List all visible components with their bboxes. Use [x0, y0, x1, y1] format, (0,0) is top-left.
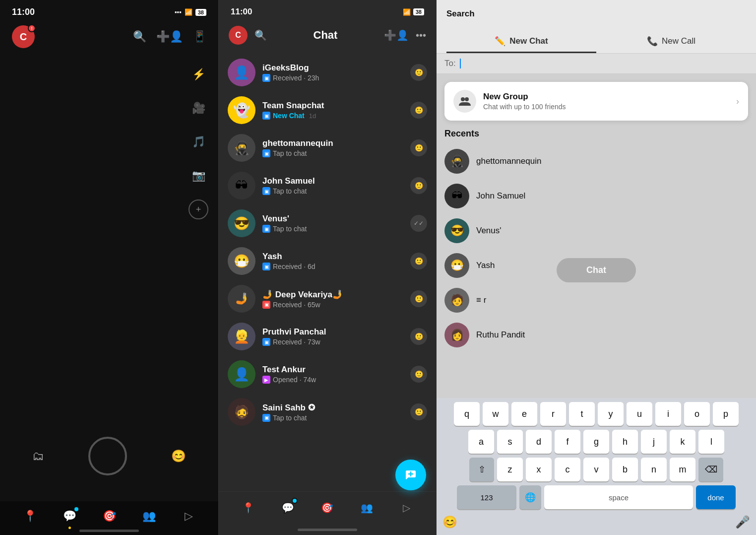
- key-o[interactable]: o: [684, 402, 710, 426]
- recent-item-ruthu[interactable]: 👩 Ruthu Pandit: [444, 318, 748, 352]
- nav-friends-left[interactable]: 👥: [138, 505, 160, 527]
- key-t[interactable]: t: [569, 402, 595, 426]
- key-z[interactable]: z: [497, 458, 523, 481]
- tab-new-chat[interactable]: ✏️ New Chat: [446, 29, 596, 53]
- chat-item-test-ankur[interactable]: 👤 Test Ankur ▶ Opened · 74w 🙂: [219, 355, 436, 393]
- chat-button[interactable]: Chat: [557, 258, 636, 282]
- keyboard-row-4: 123 🌐 space done: [439, 485, 754, 509]
- key-m[interactable]: m: [670, 458, 695, 481]
- status-icons-left: ▪▪▪ 📶 38: [175, 8, 206, 16]
- emoji-button[interactable]: 😊: [442, 515, 457, 529]
- key-d[interactable]: d: [526, 430, 552, 454]
- info-team-snapchat: Team Snapchat ▣ New Chat 1d: [262, 101, 403, 120]
- recent-item-venus[interactable]: 😎 Venus': [444, 213, 748, 248]
- video-icon[interactable]: 🎥: [189, 98, 208, 118]
- chat-item-pruthvi-panchal[interactable]: 👱 Pruthvi Panchal ▣ Received · 73w 🙂: [219, 318, 436, 355]
- key-j[interactable]: j: [641, 430, 667, 454]
- new-chat-icon[interactable]: ➕👤: [384, 29, 409, 41]
- user-avatar[interactable]: C !: [12, 25, 35, 48]
- music-icon[interactable]: 🎵: [189, 132, 208, 152]
- add-icon[interactable]: +: [189, 200, 208, 219]
- to-row: To:: [437, 53, 756, 74]
- nav-stories-mid[interactable]: ▷: [395, 497, 417, 519]
- mic-button[interactable]: 🎤: [735, 515, 750, 529]
- key-shift[interactable]: ⇧: [469, 458, 494, 481]
- new-chat-fab[interactable]: [395, 460, 426, 490]
- key-n[interactable]: n: [641, 458, 667, 481]
- action-test-ankur[interactable]: 🙂: [410, 366, 427, 383]
- key-p[interactable]: p: [713, 402, 739, 426]
- key-123[interactable]: 123: [457, 485, 516, 509]
- key-g[interactable]: g: [583, 430, 609, 454]
- search-chat-icon[interactable]: 🔍: [254, 29, 267, 41]
- nav-friends-mid[interactable]: 👥: [356, 497, 378, 519]
- svg-point-0: [461, 97, 465, 101]
- chat-item-ghettomannequin[interactable]: 🥷 ghettomannequin ▣ Tap to chat 🙂: [219, 129, 436, 167]
- key-y[interactable]: y: [598, 402, 624, 426]
- key-emoji-kbd[interactable]: 🌐: [519, 485, 541, 509]
- nav-map-left[interactable]: 📍: [19, 505, 41, 527]
- key-h[interactable]: h: [612, 430, 638, 454]
- device-button[interactable]: 📱: [193, 30, 206, 43]
- key-r[interactable]: r: [540, 402, 566, 426]
- recent-item-ghettomannequin[interactable]: 🥷 ghettomannequin: [444, 144, 748, 179]
- add-friend-button[interactable]: ➕👤: [156, 30, 183, 43]
- chat-item-venus[interactable]: 😎 Venus' ▣ Tap to chat ✓✓: [219, 204, 436, 242]
- key-e[interactable]: e: [511, 402, 537, 426]
- action-igeeksblog[interactable]: 🙂: [410, 64, 427, 81]
- key-v[interactable]: v: [583, 458, 609, 481]
- search-button[interactable]: 🔍: [133, 30, 146, 43]
- key-q[interactable]: q: [454, 402, 480, 426]
- nav-stories-left[interactable]: ▷: [178, 505, 199, 527]
- camera-icon[interactable]: 📷: [189, 166, 208, 186]
- emoji-icon[interactable]: 😊: [171, 449, 186, 463]
- new-group-card[interactable]: New Group Chat with up to 100 friends ›: [444, 82, 748, 121]
- chat-item-john-samuel[interactable]: 🕶 John Samuel ▣ Tap to chat 🙂: [219, 167, 436, 204]
- key-s[interactable]: s: [497, 430, 523, 454]
- key-i[interactable]: i: [655, 402, 681, 426]
- key-c[interactable]: c: [555, 458, 580, 481]
- action-deep-vekariya[interactable]: 🙂: [410, 290, 427, 307]
- nav-chat-mid[interactable]: 💬: [277, 497, 299, 519]
- action-ghettomannequin[interactable]: 🙂: [410, 139, 427, 156]
- new-group-subtitle: Chat with up to 100 friends: [483, 103, 729, 111]
- recent-item-r[interactable]: 🧑 ≡ r: [444, 283, 748, 318]
- chat-item-igeeksblog[interactable]: 👤 iGeeksBlog ▣ Received · 23h 🙂: [219, 54, 436, 91]
- chat-item-deep-vekariya[interactable]: 🤳 🤳 Deep Vekariya🤳 ▣ Received · 65w 🙂: [219, 280, 436, 318]
- tab-new-call[interactable]: 📞 New Call: [596, 29, 746, 53]
- keyboard-row-1: q w e r t y u i o p: [439, 402, 754, 426]
- nav-map-mid[interactable]: 📍: [238, 497, 259, 519]
- nav-chat-left[interactable]: 💬: [59, 505, 80, 527]
- key-u[interactable]: u: [627, 402, 652, 426]
- key-space[interactable]: space: [544, 485, 693, 509]
- action-yash[interactable]: 🙂: [410, 253, 427, 269]
- flash-icon[interactable]: ⚡: [189, 65, 208, 84]
- recent-item-john-samuel[interactable]: 🕶 John Samuel: [444, 179, 748, 213]
- action-john-samuel[interactable]: 🙂: [410, 177, 427, 194]
- key-k[interactable]: k: [670, 430, 695, 454]
- key-a[interactable]: a: [468, 430, 494, 454]
- key-f[interactable]: f: [555, 430, 580, 454]
- chat-item-yash[interactable]: 😷 Yash ▣ Received · 6d 🙂: [219, 242, 436, 280]
- nav-spotlight-left[interactable]: 🎯: [98, 505, 120, 527]
- key-x[interactable]: x: [526, 458, 552, 481]
- key-delete[interactable]: ⌫: [698, 458, 723, 481]
- to-cursor: [460, 59, 461, 68]
- chat-item-team-snapchat[interactable]: 👻 Team Snapchat ▣ New Chat 1d 🙂: [219, 91, 436, 129]
- nav-camera-mid[interactable]: 🎯: [316, 497, 338, 519]
- action-pruthvi-panchal[interactable]: 🙂: [410, 328, 427, 345]
- chat-user-avatar[interactable]: C: [229, 26, 248, 45]
- action-venus[interactable]: ✓✓: [410, 215, 427, 232]
- more-options-icon[interactable]: •••: [416, 30, 426, 41]
- action-team-snapchat[interactable]: 🙂: [410, 102, 427, 119]
- key-l[interactable]: l: [698, 430, 724, 454]
- action-saini-sahb[interactable]: 🙂: [410, 403, 427, 420]
- key-b[interactable]: b: [612, 458, 638, 481]
- key-done[interactable]: done: [696, 485, 736, 509]
- name-team-snapchat: Team Snapchat: [262, 101, 403, 111]
- chat-header-left: C 🔍: [229, 26, 267, 45]
- key-w[interactable]: w: [483, 402, 508, 426]
- capture-button[interactable]: [88, 437, 127, 475]
- chat-item-saini-sahb[interactable]: 🧔 Saini Sahb ✪ ▣ Tap to chat 🙂: [219, 393, 436, 431]
- sticker-icon[interactable]: 🗂: [32, 449, 44, 463]
